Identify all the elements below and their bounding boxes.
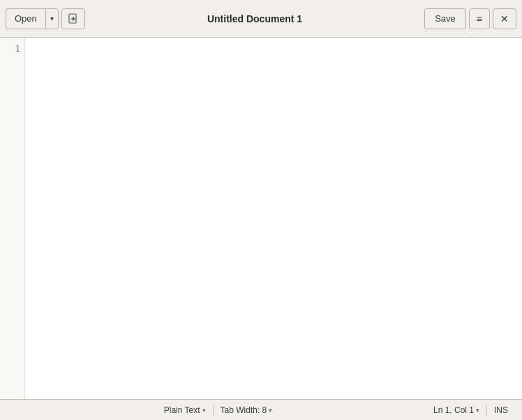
save-button[interactable]: Save [424, 8, 466, 29]
editor-container: 1 [0, 38, 522, 399]
toolbar-right: Save ≡ ✕ [424, 8, 516, 29]
tab-width-arrow-icon: ▾ [269, 407, 272, 414]
tab-width-label: Tab Width: 8 [221, 405, 267, 415]
language-selector[interactable]: Plain Text ▾ [158, 404, 211, 417]
open-arrow-icon: ▾ [50, 15, 54, 22]
cursor-position-label: Ln 1, Col 1 [433, 405, 474, 415]
open-dropdown-button[interactable]: ▾ [45, 8, 59, 29]
cursor-arrow-icon: ▾ [476, 407, 479, 414]
line-numbers: 1 [0, 38, 25, 399]
menu-icon: ≡ [477, 13, 482, 24]
toolbar: Open ▾ Untitled Document 1 Save ≡ ✕ [0, 0, 522, 38]
toolbar-left: Open ▾ [6, 8, 85, 29]
tab-width-selector[interactable]: Tab Width: 8 ▾ [215, 404, 278, 417]
close-button[interactable]: ✕ [493, 8, 516, 29]
menu-button[interactable]: ≡ [469, 8, 490, 29]
close-icon: ✕ [500, 13, 509, 24]
document-title: Untitled Document 1 [88, 13, 422, 24]
status-separator-1 [213, 405, 214, 416]
new-document-button[interactable] [61, 8, 85, 29]
language-label: Plain Text [164, 405, 200, 415]
new-doc-icon [68, 13, 79, 24]
status-separator-2 [486, 405, 487, 416]
cursor-position[interactable]: Ln 1, Col 1 ▾ [428, 404, 485, 417]
language-arrow-icon: ▾ [202, 407, 206, 414]
open-button[interactable]: Open [6, 8, 45, 29]
line-number-1: 1 [6, 43, 20, 54]
statusbar: Plain Text ▾ Tab Width: 8 ▾ Ln 1, Col 1 … [0, 399, 522, 420]
editor-textarea[interactable] [25, 38, 522, 399]
insert-mode-label: INS [489, 404, 514, 417]
